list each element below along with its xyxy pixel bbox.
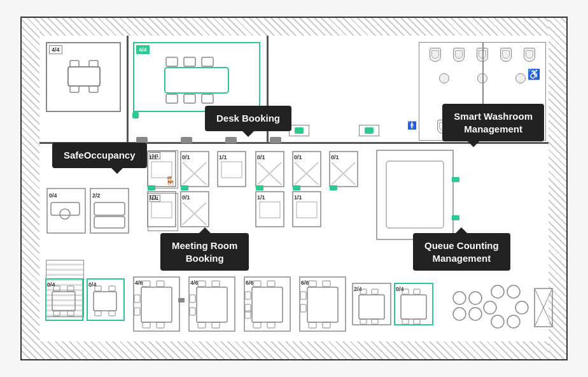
callout-meeting-room: Meeting RoomBooking bbox=[160, 233, 249, 271]
callout-arrow-up-queue bbox=[456, 227, 467, 233]
sink-3 bbox=[515, 73, 526, 83]
wall-left bbox=[22, 18, 39, 359]
svg-rect-99 bbox=[252, 287, 283, 322]
conf-room-1: 4/4 bbox=[46, 42, 121, 112]
callout-queue-counting: Queue CountingManagement bbox=[413, 233, 510, 271]
svg-rect-3 bbox=[70, 86, 79, 92]
svg-rect-22 bbox=[151, 162, 172, 178]
svg-rect-120 bbox=[372, 289, 378, 294]
svg-rect-18 bbox=[94, 203, 125, 215]
callout-arrow-up bbox=[199, 227, 211, 233]
svg-text:0/4: 0/4 bbox=[88, 281, 97, 288]
callout-arrow bbox=[468, 141, 479, 147]
svg-rect-114 bbox=[300, 292, 306, 299]
svg-rect-87 bbox=[178, 298, 185, 302]
conf-room-2: 4/4 bbox=[133, 42, 260, 112]
svg-rect-121 bbox=[360, 319, 367, 324]
toilet-5 bbox=[524, 48, 535, 62]
svg-text:2/2: 2/2 bbox=[92, 192, 101, 199]
svg-rect-129 bbox=[414, 319, 420, 324]
svg-rect-10 bbox=[184, 94, 195, 103]
svg-rect-30 bbox=[221, 162, 242, 178]
wall-sensor-4 bbox=[270, 137, 281, 143]
svg-rect-91 bbox=[198, 281, 206, 287]
svg-rect-5 bbox=[165, 68, 228, 93]
svg-rect-68 bbox=[67, 286, 74, 291]
svg-text:1/1: 1/1 bbox=[149, 154, 157, 160]
svg-rect-2 bbox=[89, 60, 98, 67]
svg-rect-110 bbox=[309, 281, 316, 287]
floor-plan: 4/4 4/4 bbox=[20, 17, 568, 360]
svg-rect-6 bbox=[166, 57, 178, 66]
svg-text:1/1: 1/1 bbox=[219, 154, 227, 160]
svg-rect-101 bbox=[267, 281, 275, 287]
svg-text:6/6: 6/6 bbox=[246, 280, 254, 286]
svg-rect-104 bbox=[245, 292, 251, 299]
svg-rect-53 bbox=[297, 202, 317, 218]
svg-rect-75 bbox=[109, 286, 115, 291]
svg-rect-115 bbox=[300, 304, 306, 312]
sensor-1 bbox=[132, 112, 139, 118]
svg-rect-84 bbox=[157, 322, 164, 328]
svg-rect-94 bbox=[212, 322, 220, 328]
toilet-2 bbox=[453, 48, 465, 62]
svg-point-130 bbox=[453, 292, 466, 304]
svg-point-131 bbox=[469, 292, 482, 304]
svg-rect-122 bbox=[372, 319, 378, 324]
svg-rect-54 bbox=[293, 185, 300, 190]
svg-point-134 bbox=[491, 285, 504, 298]
svg-rect-8 bbox=[202, 57, 213, 66]
wall-sensor-3 bbox=[225, 137, 237, 143]
svg-rect-127 bbox=[414, 289, 420, 294]
accessibility-icon: ♿ bbox=[528, 68, 540, 80]
svg-rect-11 bbox=[202, 94, 213, 103]
svg-point-136 bbox=[484, 301, 496, 314]
conf-room-1-badge: 4/4 bbox=[49, 45, 62, 54]
svg-rect-9 bbox=[166, 94, 178, 103]
svg-text:1/1: 1/1 bbox=[149, 194, 157, 201]
svg-rect-19 bbox=[94, 217, 125, 228]
sensor-box-1 bbox=[289, 125, 309, 136]
svg-point-132 bbox=[453, 308, 466, 320]
svg-rect-111 bbox=[323, 281, 330, 287]
svg-rect-83 bbox=[143, 322, 150, 328]
svg-text:0/1: 0/1 bbox=[331, 154, 339, 160]
svg-rect-4 bbox=[89, 86, 98, 92]
svg-rect-59 bbox=[330, 185, 337, 190]
svg-rect-73 bbox=[94, 292, 116, 311]
svg-rect-7 bbox=[184, 57, 195, 66]
bottom-tables-svg: 0/4 0/4 4/6 4/6 bbox=[39, 276, 555, 360]
svg-rect-70 bbox=[67, 311, 74, 316]
svg-point-15 bbox=[60, 209, 70, 219]
svg-rect-60 bbox=[377, 150, 453, 239]
svg-rect-95 bbox=[190, 295, 195, 302]
svg-rect-62 bbox=[452, 177, 459, 182]
svg-rect-128 bbox=[402, 319, 409, 324]
sink-1 bbox=[439, 73, 449, 83]
svg-point-133 bbox=[469, 308, 482, 320]
svg-text:4/6: 4/6 bbox=[135, 280, 143, 286]
svg-rect-66 bbox=[52, 292, 75, 311]
conf-room-2-furniture bbox=[152, 55, 241, 106]
svg-rect-118 bbox=[359, 295, 384, 319]
svg-rect-23 bbox=[148, 185, 155, 190]
svg-rect-86 bbox=[134, 308, 140, 315]
svg-rect-125 bbox=[401, 295, 426, 319]
sensor-indicator bbox=[295, 127, 304, 134]
toilet-4 bbox=[500, 48, 512, 62]
svg-rect-93 bbox=[198, 322, 206, 328]
svg-rect-46 bbox=[256, 185, 263, 190]
svg-rect-113 bbox=[323, 322, 330, 328]
svg-text:0/1: 0/1 bbox=[257, 154, 265, 160]
svg-point-139 bbox=[507, 315, 520, 328]
svg-rect-90 bbox=[197, 287, 227, 322]
svg-rect-76 bbox=[95, 311, 101, 316]
svg-rect-45 bbox=[260, 202, 280, 218]
svg-rect-103 bbox=[267, 322, 275, 328]
conf-room-1-furniture bbox=[59, 57, 109, 102]
svg-rect-100 bbox=[253, 281, 261, 287]
callout-safe-occupancy: SafeOccupancy bbox=[52, 143, 147, 168]
svg-text:0/4: 0/4 bbox=[49, 192, 57, 199]
svg-rect-38 bbox=[151, 202, 172, 218]
svg-rect-80 bbox=[141, 287, 172, 322]
